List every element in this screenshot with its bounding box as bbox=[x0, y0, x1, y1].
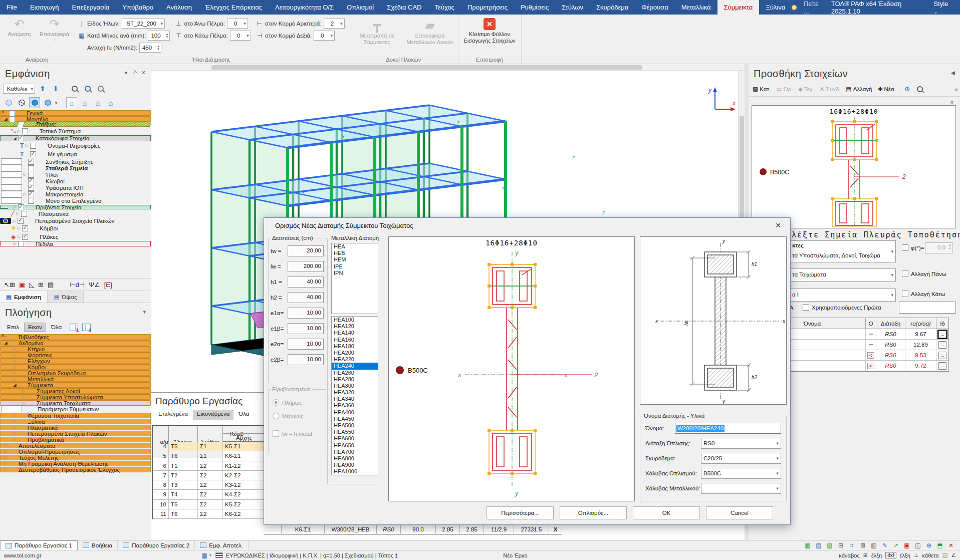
dimension-input[interactable]: 200.00 bbox=[288, 261, 324, 272]
zoom-extents-icon[interactable] bbox=[82, 83, 93, 94]
checkbox[interactable] bbox=[28, 159, 34, 165]
view-wire-icon[interactable] bbox=[16, 97, 27, 108]
fully-encased-radio[interactable]: Πλήρως bbox=[273, 399, 323, 406]
dimension-input[interactable]: 10.00 bbox=[288, 323, 324, 334]
pin-icon[interactable]: ⊤ bbox=[130, 69, 138, 77]
convert-composite-button[interactable]: ┳ Μετατροπή σε Σύμμεικτες bbox=[353, 17, 401, 46]
select-polygon-icon[interactable]: ◺ bbox=[29, 281, 34, 289]
phi-input[interactable]: 0.0 ▲▼ bbox=[925, 242, 953, 253]
view-solid-icon[interactable] bbox=[29, 97, 40, 108]
expander-icon[interactable] bbox=[12, 419, 18, 424]
nav-tree-item[interactable]: Δεδομένα bbox=[0, 340, 151, 346]
material-combo[interactable]: RS0▾ bbox=[701, 438, 781, 449]
table-row-extension[interactable]: Κ6-Σ1W300/28_HEBRS090.02.852.8511/2.9273… bbox=[264, 524, 562, 534]
nav-tree-item[interactable]: Παράμετροι Σύμμεικτων bbox=[1, 406, 22, 412]
size-item[interactable]: HEA180 bbox=[332, 343, 378, 350]
expander-icon[interactable] bbox=[3, 455, 9, 460]
family-item[interactable]: IPE bbox=[332, 263, 378, 270]
right-toolbar-button[interactable]: ✕ Συνδ. bbox=[818, 85, 843, 94]
menu-item[interactable]: Σύμμεικτα bbox=[717, 0, 760, 15]
material-combo[interactable]: B500C▾ bbox=[701, 468, 781, 479]
menu-item[interactable]: File bbox=[0, 0, 24, 15]
checkbox[interactable] bbox=[18, 204, 24, 210]
checkbox[interactable] bbox=[22, 128, 28, 134]
render-solid-icon[interactable]: ⌂ bbox=[105, 97, 116, 108]
display-tree-item[interactable]: Συνθήκες Στήριξης bbox=[1, 158, 22, 165]
size-item[interactable]: HEA650 bbox=[332, 442, 378, 449]
bottom-tab[interactable]: Παράθυρο Εργασίας 1 bbox=[0, 540, 78, 550]
bottom-tab[interactable]: Βοήθεια bbox=[78, 540, 118, 550]
family-item[interactable]: HEM bbox=[332, 256, 378, 263]
tool-icon[interactable]: ⌗ bbox=[848, 541, 856, 549]
dimension-input[interactable]: 10.00 bbox=[288, 339, 324, 350]
dimension-input[interactable]: 40.00 bbox=[288, 292, 324, 303]
more-button[interactable]: Περισσότερα... bbox=[487, 506, 554, 519]
family-list[interactable]: HEAHEBHEMIPEIPN bbox=[331, 243, 378, 314]
chevron-down-icon[interactable]: ▾ bbox=[125, 70, 128, 76]
family-item[interactable]: HEB bbox=[332, 250, 378, 256]
bottom-flange-combo[interactable]: 0▾ bbox=[230, 31, 251, 41]
tool-icon[interactable]: ⊞ bbox=[837, 541, 845, 549]
expander-icon[interactable] bbox=[12, 359, 18, 363]
angle-icon[interactable]: Ψ∠ bbox=[89, 281, 100, 289]
checkbox[interactable] bbox=[28, 198, 34, 204]
fu-spinner[interactable]: 450▲▼ bbox=[139, 43, 161, 53]
tool-icon[interactable]: ⊕ bbox=[925, 541, 933, 549]
menu-item[interactable]: Επεξεργασία bbox=[65, 0, 116, 15]
tell-me[interactable]: Πείτε ... bbox=[804, 0, 824, 15]
size-item[interactable]: HEA240 bbox=[332, 363, 378, 369]
zoom-window-icon[interactable] bbox=[914, 84, 925, 95]
size-item[interactable]: HEA200 bbox=[332, 350, 378, 356]
menu-item[interactable]: Φέρουσα bbox=[635, 0, 674, 15]
table-row[interactable]: 10 Τ5 Σ2 Κ5-Σ2 bbox=[153, 500, 265, 509]
nav-filter-button[interactable]: Εικον bbox=[24, 323, 46, 332]
size-item[interactable]: HEA500 bbox=[332, 422, 378, 429]
text-edit-icon[interactable]: [Ε] bbox=[104, 281, 112, 289]
nav-tree-item[interactable]: Σύμμεικτα Τοιχώματα bbox=[0, 400, 151, 406]
details-button[interactable]: ... bbox=[938, 331, 946, 338]
size-list[interactable]: HEA100HEA120HEA140HEA160HEA180HEA200HEA2… bbox=[331, 316, 378, 475]
change-bottom-checkbox[interactable]: Αλλαγή Κάτω bbox=[902, 291, 945, 297]
checkbox[interactable] bbox=[18, 135, 24, 141]
size-item[interactable]: HEA300 bbox=[332, 383, 378, 389]
checkbox[interactable] bbox=[30, 151, 36, 157]
left-panel-tab[interactable]: ▤Εμφάνιση bbox=[0, 291, 48, 303]
display-tree-item[interactable]: Πέδιλα bbox=[0, 241, 151, 246]
zoom-previous-icon[interactable] bbox=[95, 83, 106, 94]
close-icon[interactable]: ✕ bbox=[141, 70, 146, 76]
expander-icon[interactable] bbox=[12, 413, 18, 418]
checkbox[interactable] bbox=[28, 165, 34, 171]
view-scope-combo[interactable]: Καθολικ▾ bbox=[3, 84, 35, 94]
expander-icon[interactable] bbox=[12, 431, 18, 436]
table-row[interactable]: 8 Τ3 Σ2 Κ3-Σ2 bbox=[153, 480, 265, 490]
table-row[interactable]: 7 Τ2 Σ2 Κ2-Σ2 bbox=[153, 471, 265, 480]
nav-tree-item[interactable]: Μεταλλικά bbox=[0, 376, 151, 382]
display-tree-item[interactable]: Πλάκες bbox=[0, 232, 151, 241]
menu-item[interactable]: Μεταλλικά bbox=[675, 0, 717, 15]
right-toolbar-button[interactable]: ⬥ Τεγ. bbox=[796, 85, 816, 94]
display-tree-item[interactable]: Ήλοι bbox=[1, 171, 22, 178]
nav-tree-item[interactable]: Τεύχος Μελέτης bbox=[0, 455, 151, 460]
work-window-1-icon[interactable] bbox=[70, 324, 78, 331]
expander-icon[interactable] bbox=[12, 383, 18, 387]
view-mixed-icon[interactable] bbox=[42, 97, 53, 108]
size-item[interactable]: HEA800 bbox=[332, 455, 378, 462]
expander-icon[interactable] bbox=[22, 172, 28, 177]
expander-icon[interactable] bbox=[22, 192, 28, 196]
checkbox[interactable] bbox=[22, 234, 28, 240]
display-tree-item[interactable]: Όνομα-Πληροφορίες bbox=[0, 141, 151, 150]
expander-icon[interactable] bbox=[16, 226, 22, 230]
nav-tree-item[interactable]: Σύμμεικτα Υποστυλώματα bbox=[0, 394, 151, 400]
size-item[interactable]: HEA160 bbox=[332, 337, 378, 343]
menu-item[interactable]: Υπόβαθρο bbox=[116, 0, 160, 15]
nav-tree-item[interactable]: Πεπερασμένα Στοιχεία Πλακών bbox=[0, 431, 151, 436]
right-toolbar-button[interactable]: ▩ Κατ. bbox=[751, 85, 773, 94]
display-tree-item[interactable]: Με γέμισμα bbox=[0, 150, 151, 158]
stud-type-combo[interactable]: ST_22_200▾ bbox=[122, 19, 165, 29]
perpendicular-toggle[interactable]: κάθετα bbox=[922, 552, 938, 558]
toolbar-overflow[interactable]: » bbox=[955, 86, 958, 92]
expander-icon[interactable] bbox=[21, 401, 27, 405]
size-item[interactable]: HEA100 bbox=[332, 317, 378, 323]
dimension-input[interactable]: 10.00 bbox=[288, 308, 324, 319]
material-combo[interactable]: C20/25▾ bbox=[701, 453, 781, 464]
